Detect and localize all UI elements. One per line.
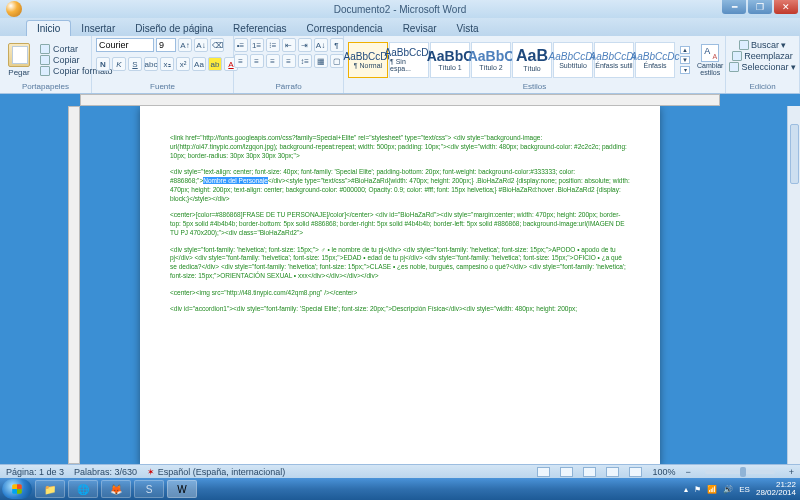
indent-left-button[interactable]: ⇤ <box>282 38 296 52</box>
taskbar: 📁 🌐 🦊 S W ▴ ⚑ 📶 🔊 ES 21:2228/02/2014 <box>0 478 800 500</box>
justify-button[interactable]: ≡ <box>282 54 296 68</box>
paste-button[interactable]: Pegar <box>8 68 29 77</box>
paste-icon[interactable] <box>8 43 30 67</box>
grow-font-button[interactable]: A↑ <box>178 38 192 52</box>
system-tray[interactable]: ▴ ⚑ 📶 🔊 ES 21:2228/02/2014 <box>684 481 796 497</box>
bold-button[interactable]: N <box>96 57 110 71</box>
minimize-button[interactable]: ━ <box>722 0 746 14</box>
style-titulo2[interactable]: AaBbCTítulo 2 <box>471 42 511 78</box>
borders-button[interactable]: ▢ <box>330 54 344 68</box>
tray-flag-icon[interactable]: ⚑ <box>694 485 701 494</box>
taskbar-firefox[interactable]: 🦊 <box>101 480 131 498</box>
view-draft-button[interactable] <box>629 467 642 477</box>
view-web-button[interactable] <box>583 467 596 477</box>
replace-button[interactable]: Reemplazar <box>732 51 793 61</box>
tab-vista[interactable]: Vista <box>447 21 489 36</box>
subscript-button[interactable]: x₂ <box>160 57 174 71</box>
copy-icon <box>40 55 50 65</box>
line-spacing-button[interactable]: ↕≡ <box>298 54 312 68</box>
multilevel-button[interactable]: ⁝≡ <box>266 38 280 52</box>
tray-volume-icon[interactable]: 🔊 <box>723 485 733 494</box>
doc-text[interactable]: <center>[color=#886868]FRASE DE TU PERSO… <box>170 211 630 237</box>
title-bar: Documento2 - Microsoft Word ━ ❐ ✕ <box>0 0 800 18</box>
style-titulo1[interactable]: AaBbCTítulo 1 <box>430 42 470 78</box>
align-left-button[interactable]: ≡ <box>234 54 248 68</box>
styles-gallery[interactable]: AaBbCcDc¶ Normal AaBbCcDc¶ Sin espa... A… <box>348 42 675 78</box>
style-sinespa[interactable]: AaBbCcDc¶ Sin espa... <box>389 42 429 78</box>
tray-network-icon[interactable]: 📶 <box>707 485 717 494</box>
status-page[interactable]: Página: 1 de 3 <box>6 467 64 477</box>
tab-diseno[interactable]: Diseño de página <box>125 21 223 36</box>
doc-text[interactable]: <div id="accordion1"><div style="font-fa… <box>170 305 630 314</box>
font-size-input[interactable] <box>156 38 176 52</box>
status-words[interactable]: Palabras: 3/630 <box>74 467 137 477</box>
superscript-button[interactable]: x² <box>176 57 190 71</box>
view-fullread-button[interactable] <box>560 467 573 477</box>
clear-format-button[interactable]: ⌫ <box>210 38 224 52</box>
office-orb-icon[interactable] <box>6 1 22 17</box>
tab-revisar[interactable]: Revisar <box>393 21 447 36</box>
tray-arrow-icon[interactable]: ▴ <box>684 485 688 494</box>
vertical-scrollbar[interactable] <box>787 106 800 464</box>
underline-button[interactable]: S <box>128 57 142 71</box>
font-name-input[interactable] <box>96 38 154 52</box>
tab-correspondencia[interactable]: Correspondencia <box>296 21 392 36</box>
styles-scroll[interactable]: ▲▼▾ <box>680 46 690 74</box>
group-clipboard: Pegar Cortar Copiar Copiar formato Porta… <box>0 36 92 93</box>
document-page[interactable]: <link href="http://fonts.googleapis.com/… <box>140 106 660 464</box>
highlight-button[interactable]: ab <box>208 57 222 71</box>
numbering-button[interactable]: 1≡ <box>250 38 264 52</box>
align-right-button[interactable]: ≡ <box>266 54 280 68</box>
italic-button[interactable]: K <box>112 57 126 71</box>
sort-button[interactable]: A↓ <box>314 38 328 52</box>
scrollbar-thumb[interactable] <box>790 124 799 184</box>
indent-right-button[interactable]: ⇥ <box>298 38 312 52</box>
show-marks-button[interactable]: ¶ <box>330 38 344 52</box>
style-normal[interactable]: AaBbCcDc¶ Normal <box>348 42 388 78</box>
select-button[interactable]: Seleccionar ▾ <box>729 62 795 72</box>
tray-clock[interactable]: 21:2228/02/2014 <box>756 481 796 497</box>
view-print-button[interactable] <box>537 467 550 477</box>
group-paragraph: •≡ 1≡ ⁝≡ ⇤ ⇥ A↓ ¶ ≡ ≡ ≡ ≡ ↕≡ ▦ ▢ Párrafo <box>234 36 344 93</box>
group-label: Párrafo <box>238 82 339 91</box>
tab-insertar[interactable]: Insertar <box>71 21 125 36</box>
view-outline-button[interactable] <box>606 467 619 477</box>
horizontal-ruler[interactable] <box>80 94 720 106</box>
start-button[interactable] <box>2 479 32 499</box>
zoom-out-button[interactable]: − <box>685 467 690 477</box>
scissors-icon <box>40 44 50 54</box>
tab-referencias[interactable]: Referencias <box>223 21 296 36</box>
doc-text[interactable]: <div style="font-family: 'helvetica'; fo… <box>170 246 630 281</box>
strike-button[interactable]: abc <box>144 57 158 71</box>
shrink-font-button[interactable]: A↓ <box>194 38 208 52</box>
style-enfasis[interactable]: AaBbCcDcÉnfasis <box>635 42 675 78</box>
zoom-in-button[interactable]: + <box>789 467 794 477</box>
doc-text[interactable]: <center><img src="http://i48.tinypic.com… <box>170 289 630 298</box>
vertical-ruler[interactable] <box>68 106 80 464</box>
shading-button[interactable]: ▦ <box>314 54 328 68</box>
status-lang[interactable]: ✶ Español (España, internacional) <box>147 467 285 477</box>
text-selection[interactable]: Nombre del Personaje <box>203 177 268 184</box>
taskbar-chrome[interactable]: 🌐 <box>68 480 98 498</box>
change-styles-button[interactable]: Cambiar estilos <box>693 42 727 78</box>
zoom-level[interactable]: 100% <box>652 467 675 477</box>
doc-text[interactable]: <div style="text-align: center; font-siz… <box>170 168 630 203</box>
maximize-button[interactable]: ❐ <box>748 0 772 14</box>
tray-lang[interactable]: ES <box>739 485 750 494</box>
style-enfasis-sutil[interactable]: AaBbCcDcÉnfasis sutil <box>594 42 634 78</box>
zoom-slider[interactable] <box>705 470 775 474</box>
taskbar-word[interactable]: W <box>167 480 197 498</box>
document-area: <link href="http://fonts.googleapis.com/… <box>0 94 800 464</box>
align-center-button[interactable]: ≡ <box>250 54 264 68</box>
close-button[interactable]: ✕ <box>774 0 798 14</box>
taskbar-skype[interactable]: S <box>134 480 164 498</box>
doc-text[interactable]: <link href="http://fonts.googleapis.com/… <box>170 134 630 160</box>
taskbar-explorer[interactable]: 📁 <box>35 480 65 498</box>
bullets-button[interactable]: •≡ <box>234 38 248 52</box>
find-button[interactable]: Buscar ▾ <box>739 40 786 50</box>
style-titulo[interactable]: AaBTítulo <box>512 42 552 78</box>
case-button[interactable]: Aa <box>192 57 206 71</box>
status-bar: Página: 1 de 3 Palabras: 3/630 ✶ Español… <box>0 464 800 478</box>
tab-inicio[interactable]: Inicio <box>26 20 71 36</box>
style-subtitulo[interactable]: AaBbCcDcSubtítulo <box>553 42 593 78</box>
